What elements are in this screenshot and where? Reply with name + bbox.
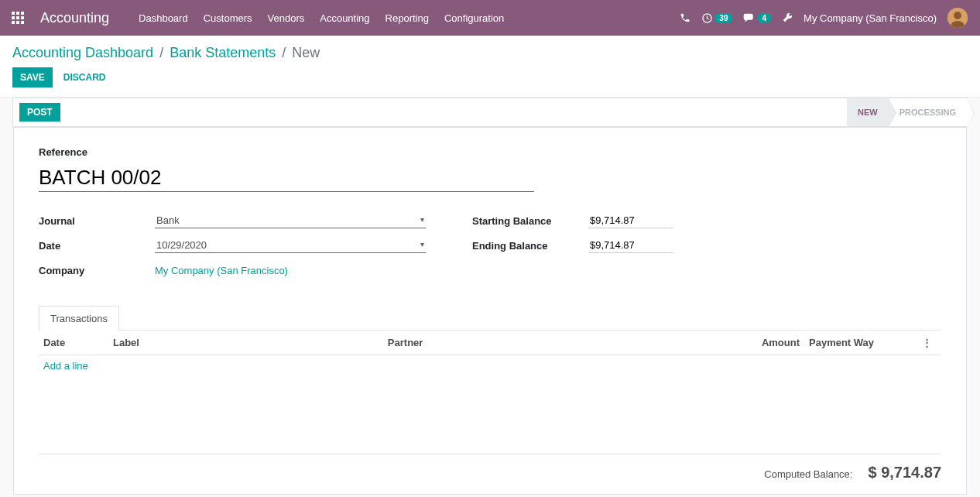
nav-accounting[interactable]: Accounting	[312, 2, 377, 35]
svg-rect-8	[21, 21, 24, 24]
wrench-icon	[782, 12, 793, 23]
action-buttons: Save Discard	[12, 67, 968, 97]
control-panel: Accounting Dashboard / Bank Statements /…	[0, 36, 980, 98]
company-label: Company	[39, 265, 155, 276]
top-navbar: Accounting Dashboard Customers Vendors A…	[0, 0, 980, 36]
breadcrumb-current: New	[292, 45, 320, 61]
activities-badge: 39	[714, 13, 732, 23]
ending-balance-label: Ending Balance	[472, 240, 588, 252]
nav-dashboard[interactable]: Dashboard	[131, 2, 196, 35]
company-link[interactable]: My Company (San Francisco)	[155, 265, 288, 276]
user-menu[interactable]	[947, 8, 968, 28]
reference-label: Reference	[39, 146, 941, 158]
ending-balance-input[interactable]	[588, 238, 673, 253]
svg-rect-4	[16, 16, 19, 19]
computed-balance-value: $ 9,714.87	[868, 464, 941, 482]
starting-balance-label: Starting Balance	[472, 215, 588, 227]
comments-icon	[743, 12, 756, 23]
starting-balance-input[interactable]	[588, 213, 673, 228]
reference-input[interactable]	[39, 163, 534, 192]
svg-rect-1	[16, 12, 19, 15]
col-payment-way: Payment Way	[804, 331, 913, 355]
systray: 39 4 My Company (San Francisco)	[680, 8, 968, 28]
apps-menu-button[interactable]	[0, 0, 36, 36]
col-date: Date	[39, 331, 108, 355]
computed-balance-label: Computed Balance:	[764, 468, 852, 480]
journal-label: Journal	[39, 215, 155, 227]
form-right-column: Starting Balance Ending Balance	[472, 211, 859, 285]
table-footer: Computed Balance: $ 9,714.87	[39, 454, 941, 482]
svg-point-11	[954, 12, 961, 19]
app-title[interactable]: Accounting	[40, 10, 109, 26]
caret-down-icon: ▾	[420, 240, 424, 248]
breadcrumb: Accounting Dashboard / Bank Statements /…	[12, 45, 968, 61]
form-sheet: Reference Journal Bank ▾ Date	[13, 127, 967, 495]
user-avatar-icon	[947, 8, 968, 28]
col-partner: Partner	[383, 331, 727, 355]
apps-grid-icon	[12, 12, 24, 24]
svg-rect-7	[16, 21, 19, 24]
date-label: Date	[39, 240, 155, 252]
clock-icon	[701, 12, 713, 24]
save-button[interactable]: Save	[12, 67, 53, 87]
activities-button[interactable]: 39	[701, 12, 732, 24]
tab-transactions[interactable]: Transactions	[39, 306, 119, 331]
messages-button[interactable]: 4	[743, 12, 771, 23]
post-button[interactable]: Post	[19, 103, 60, 122]
col-amount: Amount	[727, 331, 804, 355]
journal-select[interactable]: Bank ▾	[155, 213, 426, 228]
company-switcher[interactable]: My Company (San Francisco)	[804, 12, 937, 24]
nav-reporting[interactable]: Reporting	[378, 2, 437, 35]
transactions-table: Date Label Partner Amount Payment Way ⋮ …	[39, 331, 941, 376]
notebook-tabs: Transactions	[39, 305, 941, 331]
status-new[interactable]: New	[847, 98, 889, 126]
voip-button[interactable]	[680, 12, 690, 23]
col-label: Label	[108, 331, 383, 355]
journal-value: Bank	[156, 214, 180, 226]
nav-customers[interactable]: Customers	[196, 2, 260, 35]
status-steps: New Processing	[847, 98, 967, 126]
add-line-button[interactable]: Add a line	[43, 360, 88, 372]
nav-vendors[interactable]: Vendors	[260, 2, 313, 35]
date-value: 10/29/2020	[156, 239, 207, 251]
breadcrumb-bank-statements[interactable]: Bank Statements	[170, 45, 276, 61]
messages-badge: 4	[757, 13, 771, 23]
breadcrumb-dashboard[interactable]: Accounting Dashboard	[12, 45, 153, 61]
status-processing[interactable]: Processing	[889, 98, 967, 126]
svg-rect-6	[12, 21, 15, 24]
breadcrumb-separator: /	[282, 45, 286, 61]
svg-rect-3	[12, 16, 15, 19]
phone-icon	[680, 12, 690, 23]
status-bar: Post New Processing	[12, 98, 968, 127]
main-menu: Dashboard Customers Vendors Accounting R…	[131, 2, 512, 35]
svg-rect-2	[21, 12, 24, 15]
discard-button[interactable]: Discard	[63, 72, 106, 83]
table-options-button[interactable]: ⋮	[917, 337, 937, 348]
svg-rect-5	[21, 16, 24, 19]
nav-configuration[interactable]: Configuration	[437, 2, 512, 35]
svg-rect-0	[12, 12, 15, 15]
breadcrumb-separator: /	[159, 45, 163, 61]
caret-down-icon: ▾	[420, 215, 424, 224]
form-left-column: Journal Bank ▾ Date 10/29/2020 ▾	[39, 211, 426, 285]
date-input[interactable]: 10/29/2020 ▾	[155, 238, 426, 253]
debug-button[interactable]	[782, 12, 793, 23]
